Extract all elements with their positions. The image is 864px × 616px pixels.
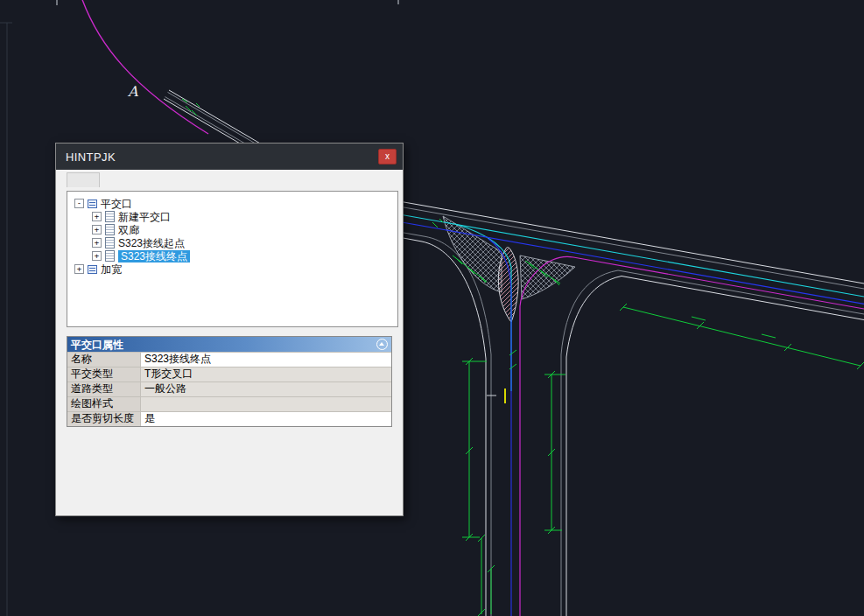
property-label: 是否剪切长度 bbox=[67, 412, 141, 426]
document-icon bbox=[105, 237, 115, 248]
document-icon bbox=[105, 211, 115, 222]
tree-item-new-intersection[interactable]: + 新建平交口 bbox=[70, 210, 395, 223]
properties-title: 平交口属性 bbox=[71, 338, 376, 352]
properties-panel: 平交口属性 名称 S323接线终点 平交类型 T形交叉口 道路类型 一般公路 绘… bbox=[67, 336, 392, 427]
tree-item-s323-start[interactable]: + S323接线起点 bbox=[70, 236, 395, 249]
intersection-tree: - 平交口 + 新建平交口 + 双廊 + S323接线起点 + bbox=[67, 191, 398, 327]
property-label: 绘图样式 bbox=[67, 397, 141, 411]
drawing-label-a: A bbox=[127, 83, 138, 100]
property-value[interactable]: 是 bbox=[141, 412, 391, 426]
tree-item-shuanglang[interactable]: + 双廊 bbox=[70, 223, 395, 236]
property-row-clip-length[interactable]: 是否剪切长度 是 bbox=[67, 411, 391, 426]
property-value[interactable]: 一般公路 bbox=[141, 382, 391, 396]
collapse-toggle-icon[interactable]: - bbox=[74, 199, 84, 208]
tree-item-label: 新建平交口 bbox=[118, 211, 171, 223]
property-row-draw-style[interactable]: 绘图样式 bbox=[67, 396, 391, 411]
tree-item-jiakuan[interactable]: + 加宽 bbox=[70, 262, 395, 276]
hintpjk-dialog: HINTPJK x - 平交口 + 新建平交口 + 双廊 + bbox=[55, 143, 404, 516]
tree-item-label: 加宽 bbox=[101, 263, 122, 276]
tree-item-pingjiaokou[interactable]: - 平交口 bbox=[70, 197, 395, 210]
expand-toggle-icon[interactable]: + bbox=[92, 251, 102, 261]
property-label: 名称 bbox=[67, 353, 141, 367]
properties-header: 平交口属性 bbox=[67, 337, 391, 352]
expand-toggle-icon[interactable]: + bbox=[74, 264, 84, 274]
property-row-intersection-type[interactable]: 平交类型 T形交叉口 bbox=[67, 367, 391, 382]
expand-toggle-icon[interactable]: + bbox=[92, 212, 102, 221]
green-station-marks bbox=[182, 99, 200, 116]
expand-toggle-icon[interactable]: + bbox=[92, 238, 102, 248]
property-label: 平交类型 bbox=[67, 368, 141, 382]
panel-tab[interactable] bbox=[67, 172, 100, 187]
dialog-titlebar[interactable]: HINTPJK x bbox=[56, 144, 403, 170]
property-value[interactable]: S323接线终点 bbox=[141, 353, 391, 367]
property-row-name[interactable]: 名称 S323接线终点 bbox=[67, 352, 391, 367]
dialog-body: - 平交口 + 新建平交口 + 双廊 + S323接线起点 + bbox=[56, 170, 403, 515]
spline-road bbox=[81, 0, 262, 153]
expand-toggle-icon[interactable]: + bbox=[92, 225, 102, 234]
document-icon bbox=[105, 250, 115, 262]
close-button[interactable]: x bbox=[378, 149, 397, 164]
group-icon bbox=[88, 200, 97, 208]
dialog-title: HINTPJK bbox=[66, 150, 378, 164]
tree-item-label-selected: S323接线终点 bbox=[118, 250, 190, 262]
tree-item-label: S323接线起点 bbox=[118, 237, 185, 249]
property-label: 道路类型 bbox=[67, 382, 141, 396]
channelization-hatch bbox=[443, 216, 575, 322]
property-row-road-type[interactable]: 道路类型 一般公路 bbox=[67, 382, 391, 396]
top-edge-ticks bbox=[57, 0, 398, 5]
alignment-lines bbox=[390, 213, 864, 616]
tree-item-label: 双廊 bbox=[118, 224, 139, 236]
property-value[interactable]: T形交叉口 bbox=[141, 368, 391, 382]
group-icon bbox=[88, 265, 97, 274]
viewport-frame-lines bbox=[0, 23, 12, 616]
tree-item-s323-end[interactable]: + S323接线终点 bbox=[70, 249, 395, 262]
tree-item-label: 平交口 bbox=[101, 198, 132, 210]
property-value[interactable] bbox=[141, 397, 391, 411]
document-icon bbox=[105, 224, 115, 235]
rollup-circle-icon[interactable] bbox=[376, 339, 388, 350]
